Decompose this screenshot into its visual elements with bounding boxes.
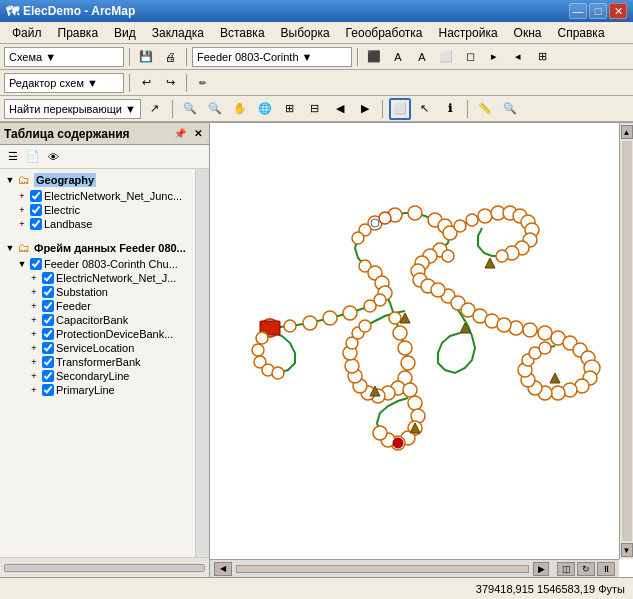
checkbox-capacitorbank[interactable] [42, 314, 54, 326]
checkbox-servicelocation[interactable] [42, 342, 54, 354]
expand-electricnetwork-junc-icon[interactable]: + [16, 191, 28, 201]
fwd-extent-btn[interactable]: ▶ [354, 98, 376, 120]
expand-electric-icon[interactable]: + [16, 205, 28, 215]
expand-secondaryline-icon[interactable]: + [28, 371, 40, 381]
info-btn[interactable]: ℹ [439, 98, 461, 120]
menu-geoprocessing[interactable]: Геообработка [338, 24, 431, 42]
toc-item-electricnetwork-junc[interactable]: + ElectricNetwork_Net_Junc... [0, 189, 195, 203]
toolbar-btn-5[interactable]: A [411, 46, 433, 68]
checkbox-landbase[interactable] [30, 218, 42, 230]
toolbar-btn-9[interactable]: ◂ [507, 46, 529, 68]
minimize-button[interactable]: — [569, 3, 587, 19]
expand-substation-icon[interactable]: + [28, 287, 40, 297]
checkbox-electricnetwork-net[interactable] [42, 272, 54, 284]
editor-btn-3[interactable]: ✏ [192, 72, 214, 94]
close-button[interactable]: ✕ [609, 3, 627, 19]
checkbox-feeder[interactable] [42, 300, 54, 312]
globe-btn[interactable]: 🌐 [254, 98, 276, 120]
toc-item-feeder-0803[interactable]: ▼ Feeder 0803-Corinth Chu... [0, 257, 195, 271]
map-scroll-left-btn[interactable]: ◀ [214, 562, 232, 576]
expand-protectiondevicebank-icon[interactable]: + [28, 329, 40, 339]
toc-item-landbase[interactable]: + Landbase [0, 217, 195, 231]
toolbar-btn-2[interactable]: 🖨 [159, 46, 181, 68]
menu-file[interactable]: Файл [4, 24, 50, 42]
extent-btn[interactable]: ⊞ [279, 98, 301, 120]
menu-edit[interactable]: Правка [50, 24, 107, 42]
menu-bookmark[interactable]: Закладка [144, 24, 212, 42]
toc-item-substation[interactable]: + Substation [0, 285, 195, 299]
checkbox-substation[interactable] [42, 286, 54, 298]
arrow-select-btn[interactable]: ↖ [414, 98, 436, 120]
measure-btn[interactable]: 📏 [474, 98, 496, 120]
map-btn-2[interactable]: ↻ [577, 562, 595, 576]
zoom-out-btn[interactable]: 🔍 [204, 98, 226, 120]
checkbox-electric[interactable] [30, 204, 42, 216]
checkbox-primaryline[interactable] [42, 384, 54, 396]
expand-feeder-0803-icon[interactable]: ▼ [16, 259, 28, 269]
toolbar-btn-10[interactable]: ⊞ [531, 46, 553, 68]
map-scroll-right-btn[interactable]: ▶ [533, 562, 549, 576]
toolbar-btn-3[interactable]: ⬛ [363, 46, 385, 68]
scroll-up-btn[interactable]: ▲ [621, 125, 633, 139]
toc-item-primaryline[interactable]: + PrimaryLine [0, 383, 195, 397]
schema-dropdown[interactable]: Схема ▼ [4, 47, 124, 67]
expand-transformerbank-icon[interactable]: + [28, 357, 40, 367]
maximize-button[interactable]: □ [589, 3, 607, 19]
toc-item-electric[interactable]: + Electric [0, 203, 195, 217]
map-horizontal-scrollbar[interactable] [236, 565, 529, 573]
expand-capacitorbank-icon[interactable]: + [28, 315, 40, 325]
map-scrollbar-right[interactable]: ▲ ▼ [619, 123, 633, 559]
back-extent-btn[interactable]: ◀ [329, 98, 351, 120]
menu-view[interactable]: Вид [106, 24, 144, 42]
editor-dropdown[interactable]: Редактор схем ▼ [4, 73, 124, 93]
toc-horizontal-scrollbar[interactable] [4, 564, 205, 572]
checkbox-protectiondevicebank[interactable] [42, 328, 54, 340]
toc-item-capacitorbank[interactable]: + CapacitorBank [0, 313, 195, 327]
expand-primaryline-icon[interactable]: + [28, 385, 40, 395]
toolbar-btn-6[interactable]: ⬜ [435, 46, 457, 68]
menu-insert[interactable]: Вставка [212, 24, 273, 42]
checkbox-electricnetwork-junc[interactable] [30, 190, 42, 202]
toc-source-btn[interactable]: 📄 [24, 148, 42, 166]
scroll-down-btn[interactable]: ▼ [621, 543, 633, 557]
toc-item-protectiondevicebank[interactable]: + ProtectionDeviceBank... [0, 327, 195, 341]
toc-group-feeder-frame[interactable]: ▼ 🗂 Фрейм данных Feeder 080... [0, 239, 195, 257]
select-btn[interactable]: ⬜ [389, 98, 411, 120]
toc-item-servicelocation[interactable]: + ServiceLocation [0, 341, 195, 355]
pan-btn[interactable]: ✋ [229, 98, 251, 120]
checkbox-secondaryline[interactable] [42, 370, 54, 382]
map-btn-3[interactable]: ⏸ [597, 562, 615, 576]
find-dropdown[interactable]: Найти перекрывающи ▼ [4, 99, 141, 119]
toc-item-secondaryline[interactable]: + SecondaryLine [0, 369, 195, 383]
toolbar-btn-7[interactable]: ◻ [459, 46, 481, 68]
toc-item-feeder[interactable]: + Feeder [0, 299, 195, 313]
extent2-btn[interactable]: ⊟ [304, 98, 326, 120]
checkbox-transformerbank[interactable] [42, 356, 54, 368]
menu-windows[interactable]: Окна [506, 24, 550, 42]
editor-btn-1[interactable]: ↩ [135, 72, 157, 94]
expand-feeder-icon[interactable]: + [28, 301, 40, 311]
toc-close-btn[interactable]: ✕ [191, 127, 205, 140]
toc-item-transformerbank[interactable]: + TransformerBank [0, 355, 195, 369]
menu-help[interactable]: Справка [549, 24, 612, 42]
expand-electricnetwork-net-icon[interactable]: + [28, 273, 40, 283]
find-map-btn[interactable]: 🔍 [499, 98, 521, 120]
toolbar-btn-4[interactable]: A [387, 46, 409, 68]
toc-pin-btn[interactable]: 📌 [171, 127, 189, 140]
toc-scrollbar[interactable] [195, 169, 209, 557]
expand-landbase-icon[interactable]: + [16, 219, 28, 229]
toc-group-geography[interactable]: ▼ 🗂 Geography [0, 171, 195, 189]
zoom-in-btn[interactable]: 🔍 [179, 98, 201, 120]
editor-btn-2[interactable]: ↪ [159, 72, 181, 94]
toolbar-btn-1[interactable]: 💾 [135, 46, 157, 68]
toc-list-btn[interactable]: ☰ [4, 148, 22, 166]
toolbar-btn-8[interactable]: ▸ [483, 46, 505, 68]
toc-vis-btn[interactable]: 👁 [44, 148, 62, 166]
toc-item-electricnetwork-net[interactable]: + ElectricNetwork_Net_J... [0, 271, 195, 285]
menu-settings[interactable]: Настройка [431, 24, 506, 42]
feeder-dropdown[interactable]: Feeder 0803-Corinth ▼ [192, 47, 352, 67]
expand-geography-icon[interactable]: ▼ [4, 175, 16, 185]
find-btn-cursor[interactable]: ↗ [144, 98, 166, 120]
expand-servicelocation-icon[interactable]: + [28, 343, 40, 353]
map-btn-1[interactable]: ◫ [557, 562, 575, 576]
